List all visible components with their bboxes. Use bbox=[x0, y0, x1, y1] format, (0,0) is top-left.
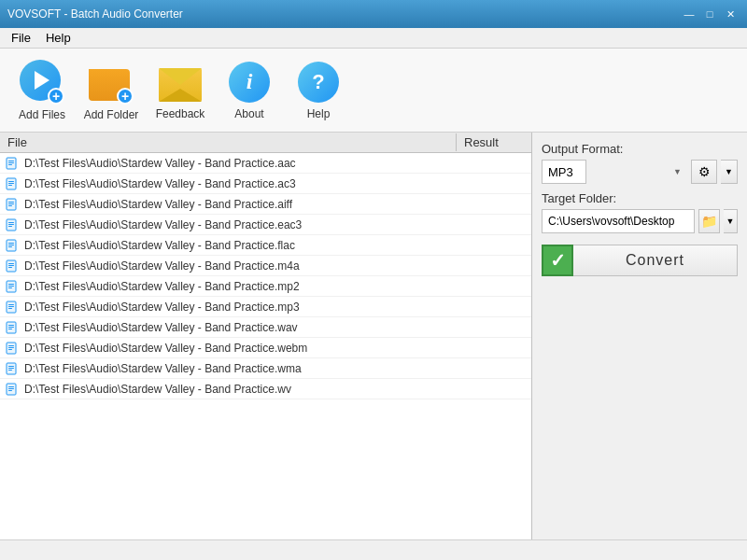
table-row[interactable]: D:\Test Files\Audio\Stardew Valley - Ban… bbox=[0, 297, 531, 317]
target-folder-row: 📁 ▼ bbox=[542, 209, 738, 233]
file-icon bbox=[4, 299, 21, 315]
main-content: File Result D:\Test Files\Audio\Stardew … bbox=[0, 133, 747, 539]
play-triangle bbox=[35, 71, 49, 90]
file-icon bbox=[4, 319, 21, 336]
table-row[interactable]: D:\Test Files\Audio\Stardew Valley - Ban… bbox=[0, 153, 531, 174]
file-list-header: File Result bbox=[0, 133, 531, 153]
right-panel: Output Format: MP3 AAC FLAC WAV OGG WMA … bbox=[532, 133, 747, 539]
folder-browse-button[interactable]: 📁 bbox=[698, 209, 720, 233]
table-row[interactable]: D:\Test Files\Audio\Stardew Valley - Ban… bbox=[0, 317, 531, 338]
menu-file[interactable]: File bbox=[4, 29, 38, 47]
table-row[interactable]: D:\Test Files\Audio\Stardew Valley - Ban… bbox=[0, 276, 531, 297]
add-files-icon: + bbox=[20, 60, 64, 105]
file-path: D:\Test Files\Audio\Stardew Valley - Ban… bbox=[21, 342, 457, 355]
svg-rect-43 bbox=[8, 370, 12, 371]
plus-badge: + bbox=[48, 88, 64, 105]
toolbar: + Add Files + Add Folder Feedback i Abou… bbox=[0, 49, 747, 133]
title-bar: VOVSOFT - Batch Audio Converter — □ ✕ bbox=[0, 0, 747, 28]
svg-rect-21 bbox=[8, 263, 14, 264]
target-folder-label: Target Folder: bbox=[542, 191, 738, 205]
file-icon bbox=[4, 381, 21, 398]
svg-rect-17 bbox=[8, 243, 14, 244]
svg-rect-33 bbox=[8, 325, 14, 326]
add-files-label: Add Files bbox=[19, 108, 65, 121]
svg-rect-26 bbox=[8, 286, 14, 287]
svg-rect-19 bbox=[8, 246, 12, 247]
folder-plus-badge: + bbox=[117, 88, 134, 105]
check-icon: ✓ bbox=[550, 249, 566, 272]
convert-row: ✓ Convert bbox=[542, 245, 738, 276]
table-row[interactable]: D:\Test Files\Audio\Stardew Valley - Ban… bbox=[0, 338, 531, 358]
file-list-panel: File Result D:\Test Files\Audio\Stardew … bbox=[0, 133, 532, 539]
table-row[interactable]: D:\Test Files\Audio\Stardew Valley - Ban… bbox=[0, 379, 531, 399]
maximize-button[interactable]: □ bbox=[700, 6, 719, 22]
svg-rect-30 bbox=[8, 306, 14, 307]
file-path: D:\Test Files\Audio\Stardew Valley - Ban… bbox=[21, 362, 457, 375]
file-path: D:\Test Files\Audio\Stardew Valley - Ban… bbox=[21, 383, 457, 396]
output-format-label: Output Format: bbox=[542, 142, 738, 156]
svg-rect-25 bbox=[8, 284, 14, 285]
format-select-wrapper: MP3 AAC FLAC WAV OGG WMA bbox=[542, 160, 687, 184]
file-path: D:\Test Files\Audio\Stardew Valley - Ban… bbox=[21, 218, 457, 231]
add-folder-icon: + bbox=[89, 60, 134, 105]
svg-rect-38 bbox=[8, 347, 14, 348]
help-button[interactable]: ? Help bbox=[286, 55, 351, 125]
svg-rect-3 bbox=[8, 164, 12, 165]
svg-rect-11 bbox=[8, 205, 12, 206]
help-icon-area: ? bbox=[296, 60, 341, 104]
file-icon bbox=[4, 217, 21, 233]
feedback-button[interactable]: Feedback bbox=[148, 55, 213, 125]
svg-rect-41 bbox=[8, 366, 14, 367]
add-folder-icon-area: + bbox=[89, 60, 134, 105]
column-result: Result bbox=[457, 133, 531, 151]
svg-rect-29 bbox=[8, 304, 14, 305]
file-path: D:\Test Files\Audio\Stardew Valley - Ban… bbox=[21, 321, 457, 334]
close-button[interactable]: ✕ bbox=[721, 6, 740, 22]
table-row[interactable]: D:\Test Files\Audio\Stardew Valley - Ban… bbox=[0, 194, 531, 215]
svg-rect-14 bbox=[8, 224, 14, 225]
file-list-body[interactable]: D:\Test Files\Audio\Stardew Valley - Ban… bbox=[0, 153, 531, 539]
help-label: Help bbox=[307, 107, 331, 120]
feedback-icon-area bbox=[158, 60, 203, 104]
convert-button[interactable]: Convert bbox=[573, 245, 738, 276]
output-format-select[interactable]: MP3 AAC FLAC WAV OGG WMA bbox=[542, 160, 586, 184]
svg-rect-10 bbox=[8, 203, 14, 204]
format-settings-button[interactable]: ⚙ bbox=[691, 160, 717, 184]
file-path: D:\Test Files\Audio\Stardew Valley - Ban… bbox=[21, 198, 457, 211]
about-button[interactable]: i About bbox=[217, 55, 282, 125]
help-icon: ? bbox=[298, 62, 339, 103]
svg-rect-22 bbox=[8, 265, 14, 266]
about-label: About bbox=[234, 107, 263, 120]
folder-dropdown-button[interactable]: ▼ bbox=[724, 209, 738, 233]
file-path: D:\Test Files\Audio\Stardew Valley - Ban… bbox=[21, 177, 457, 190]
file-icon bbox=[4, 237, 21, 254]
format-dropdown-button[interactable]: ▼ bbox=[721, 160, 738, 184]
target-folder-section: Target Folder: 📁 ▼ bbox=[542, 191, 738, 233]
table-row[interactable]: D:\Test Files\Audio\Stardew Valley - Ban… bbox=[0, 235, 531, 256]
add-folder-button[interactable]: + Add Folder bbox=[78, 55, 144, 125]
svg-rect-42 bbox=[8, 368, 14, 369]
table-row[interactable]: D:\Test Files\Audio\Stardew Valley - Ban… bbox=[0, 358, 531, 379]
output-format-row: MP3 AAC FLAC WAV OGG WMA ⚙ ▼ bbox=[542, 160, 738, 184]
svg-rect-46 bbox=[8, 388, 14, 389]
target-folder-input[interactable] bbox=[542, 209, 695, 233]
svg-rect-5 bbox=[8, 181, 14, 182]
file-icon bbox=[4, 340, 21, 357]
add-files-button[interactable]: + Add Files bbox=[9, 55, 75, 125]
table-row[interactable]: D:\Test Files\Audio\Stardew Valley - Ban… bbox=[0, 174, 531, 194]
feedback-icon bbox=[159, 68, 202, 102]
table-row[interactable]: D:\Test Files\Audio\Stardew Valley - Ban… bbox=[0, 256, 531, 276]
minimize-button[interactable]: — bbox=[680, 6, 698, 22]
file-icon bbox=[4, 196, 21, 213]
menu-help[interactable]: Help bbox=[38, 29, 78, 47]
file-icon bbox=[4, 175, 21, 192]
table-row[interactable]: D:\Test Files\Audio\Stardew Valley - Ban… bbox=[0, 215, 531, 235]
column-file: File bbox=[0, 133, 457, 151]
convert-checkbox[interactable]: ✓ bbox=[542, 245, 573, 276]
svg-rect-2 bbox=[8, 162, 14, 163]
svg-rect-7 bbox=[8, 185, 12, 186]
svg-rect-39 bbox=[8, 349, 12, 350]
svg-rect-35 bbox=[8, 329, 12, 329]
add-folder-label: Add Folder bbox=[84, 108, 139, 121]
svg-rect-31 bbox=[8, 308, 12, 309]
